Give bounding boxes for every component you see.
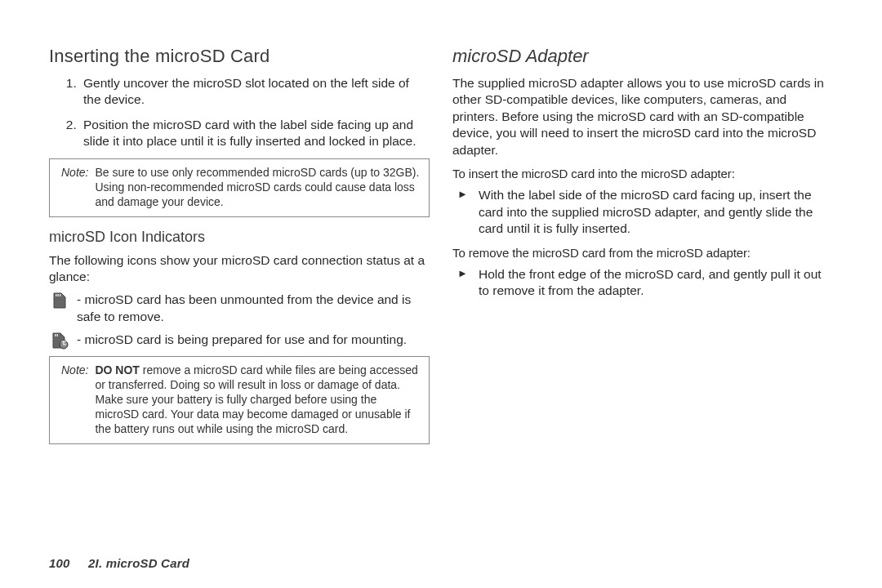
lead-remove: To remove the microSD card from the micr… — [452, 246, 833, 260]
heading-icon-indicators: microSD Icon Indicators — [49, 229, 430, 246]
svg-rect-1 — [58, 294, 60, 296]
note-text: DO NOT remove a microSD card while files… — [95, 363, 421, 437]
heading-inserting: Inserting the microSD Card — [49, 46, 430, 67]
note-remainder: remove a microSD card while files are be… — [95, 363, 417, 435]
svg-rect-2 — [60, 294, 61, 296]
note-text: Be sure to use only recommended microSD … — [95, 166, 421, 210]
svg-rect-4 — [57, 334, 59, 336]
bullet-list: With the label side of the microSD card … — [452, 187, 833, 237]
left-column: Inserting the microSD Card Gently uncove… — [49, 46, 430, 539]
icon-desc: - microSD card has been unmounted from t… — [77, 292, 430, 325]
list-item: With the label side of the microSD card … — [475, 187, 833, 237]
sd-preparing-icon — [49, 332, 70, 350]
lead-insert: To insert the microSD card into the micr… — [452, 167, 833, 180]
note-label: Note: — [61, 166, 90, 180]
page-body: Inserting the microSD Card Gently uncove… — [0, 0, 882, 539]
svg-rect-0 — [56, 294, 57, 296]
icon-intro: The following icons show your microSD ca… — [49, 252, 430, 286]
page-number: 100 — [49, 556, 70, 570]
page-footer: 100 2I. microSD Card — [49, 556, 189, 570]
list-item: Position the microSD card with the label… — [80, 117, 430, 150]
heading-adapter: microSD Adapter — [452, 46, 833, 67]
bullet-list: Hold the front edge of the microSD card,… — [452, 266, 833, 300]
icon-desc: - microSD card is being prepared for use… — [77, 332, 407, 350]
svg-rect-3 — [55, 334, 56, 336]
note-box: Note: DO NOT remove a microSD card while… — [49, 356, 430, 444]
insert-steps-list: Gently uncover the microSD slot located … — [49, 75, 430, 150]
do-not-emphasis: DO NOT — [95, 363, 139, 376]
adapter-para: The supplied microSD adapter allows you … — [452, 75, 833, 158]
icon-row: - microSD card has been unmounted from t… — [49, 292, 430, 325]
list-item: Hold the front edge of the microSD card,… — [475, 266, 833, 300]
note-box: Note: Be sure to use only recommended mi… — [49, 158, 430, 217]
list-item: Gently uncover the microSD slot located … — [80, 75, 430, 109]
section-title: 2I. microSD Card — [88, 556, 189, 570]
right-column: microSD Adapter The supplied microSD ada… — [452, 46, 833, 539]
sd-unmounted-icon — [49, 292, 70, 310]
icon-row: - microSD card is being prepared for use… — [49, 332, 430, 350]
note-label: Note: — [61, 363, 90, 378]
